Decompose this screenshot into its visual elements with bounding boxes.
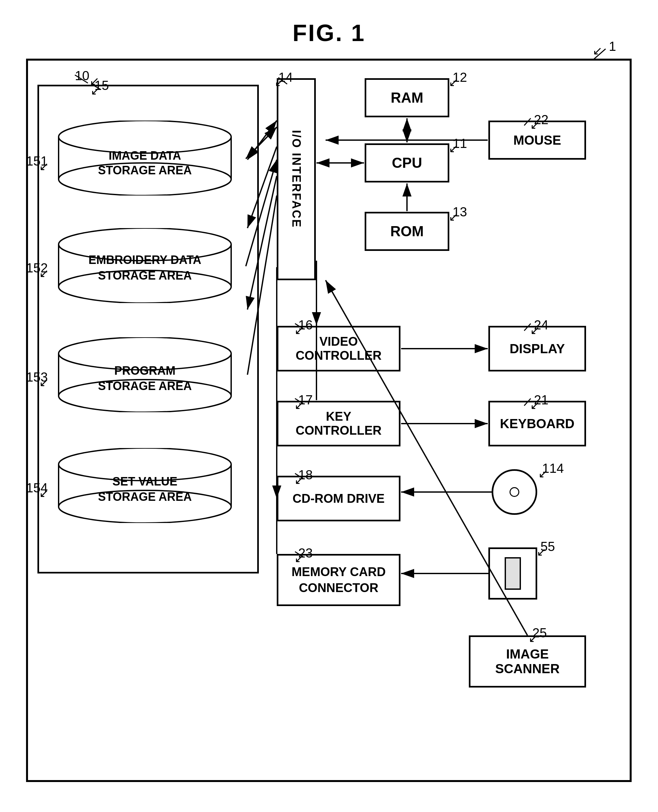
fig-title: FIG. 1 xyxy=(0,0,658,46)
label-11-tick: ↙ xyxy=(449,142,458,155)
mouse-label: MOUSE xyxy=(514,133,561,148)
svg-text:SET VALUE: SET VALUE xyxy=(112,475,177,488)
label-151-tick: ↙ xyxy=(39,160,49,173)
label-25-tick: ↙ xyxy=(528,631,538,645)
cd-disc-inner xyxy=(509,487,519,497)
video-label: VIDEO CONTROLLER xyxy=(296,335,382,363)
keyboard-label: KEYBOARD xyxy=(500,416,575,431)
memcard-label: MEMORY CARD CONNECTOR xyxy=(291,564,385,596)
cpu-box: CPU xyxy=(365,143,449,182)
label-22-tick: ↙ xyxy=(530,118,540,132)
label-12-tick: ↙ xyxy=(449,75,458,89)
svg-text:EMBROIDERY DATA: EMBROIDERY DATA xyxy=(89,253,202,267)
label-153-tick: ↙ xyxy=(39,376,49,390)
key-label: KEY CONTROLLER xyxy=(296,410,382,438)
cyl-153-svg: PROGRAM STORAGE AREA xyxy=(57,337,246,412)
label-152-tick: ↙ xyxy=(39,267,49,280)
label-24-tick: ↙ xyxy=(530,324,540,337)
io-interface-box: I/O INTERFACE xyxy=(277,78,316,280)
ram-label: RAM xyxy=(391,90,423,106)
memory-card-device xyxy=(488,547,537,600)
svg-text:IMAGE DATA: IMAGE DATA xyxy=(109,149,181,162)
svg-text:STORAGE AREA: STORAGE AREA xyxy=(98,490,192,503)
io-label: I/O INTERFACE xyxy=(290,130,303,228)
cpu-label: CPU xyxy=(392,155,422,171)
cylinder-152: EMBROIDERY DATA STORAGE AREA xyxy=(57,228,252,303)
label-1-tick: ↙ xyxy=(592,44,602,58)
label-21-tick: ↙ xyxy=(530,399,540,412)
label-17-tick: ↙ xyxy=(295,399,304,412)
label-15-tick: ↙ xyxy=(91,84,100,98)
page: FIG. 1 1 ↙ 10 ↙ RAM 12 ↙ CPU 11 ↙ ROM 13… xyxy=(0,0,658,812)
label-16-tick: ↙ xyxy=(295,324,304,337)
rom-box: ROM xyxy=(365,212,449,251)
label-10: 10 xyxy=(75,68,89,83)
cdrom-label: CD-ROM DRIVE xyxy=(293,492,385,506)
label-55-tick: ↙ xyxy=(537,545,546,559)
memory-card-slot xyxy=(504,557,521,590)
svg-text:PROGRAM: PROGRAM xyxy=(114,364,175,377)
image-scanner-box: IMAGE SCANNER xyxy=(469,635,586,688)
cylinder-153: PROGRAM STORAGE AREA xyxy=(57,337,252,412)
label-18-tick: ↙ xyxy=(295,473,304,487)
rom-label: ROM xyxy=(390,223,424,239)
label-13-tick: ↙ xyxy=(449,210,458,224)
display-label: DISPLAY xyxy=(509,341,565,356)
scanner-label: IMAGE SCANNER xyxy=(495,647,560,676)
svg-point-3 xyxy=(59,121,231,153)
cyl-154-svg: SET VALUE STORAGE AREA xyxy=(57,448,246,523)
ram-box: RAM xyxy=(365,78,449,117)
label-1: 1 xyxy=(609,39,616,54)
svg-text:STORAGE AREA: STORAGE AREA xyxy=(98,163,192,177)
cylinder-151: IMAGE DATA STORAGE AREA xyxy=(57,121,252,195)
label-23-tick: ↙ xyxy=(295,552,304,565)
svg-text:STORAGE AREA: STORAGE AREA xyxy=(98,269,192,282)
cyl-152-svg: EMBROIDERY DATA STORAGE AREA xyxy=(57,228,246,303)
cyl-151-svg: IMAGE DATA STORAGE AREA xyxy=(57,121,246,195)
cylinder-154: SET VALUE STORAGE AREA xyxy=(57,448,252,523)
cd-disc xyxy=(492,469,537,515)
svg-text:STORAGE AREA: STORAGE AREA xyxy=(98,379,192,393)
label-114-tick: ↙ xyxy=(538,467,548,481)
label-154-tick: ↙ xyxy=(39,487,49,500)
label-14-tick: ↙ xyxy=(274,75,284,89)
